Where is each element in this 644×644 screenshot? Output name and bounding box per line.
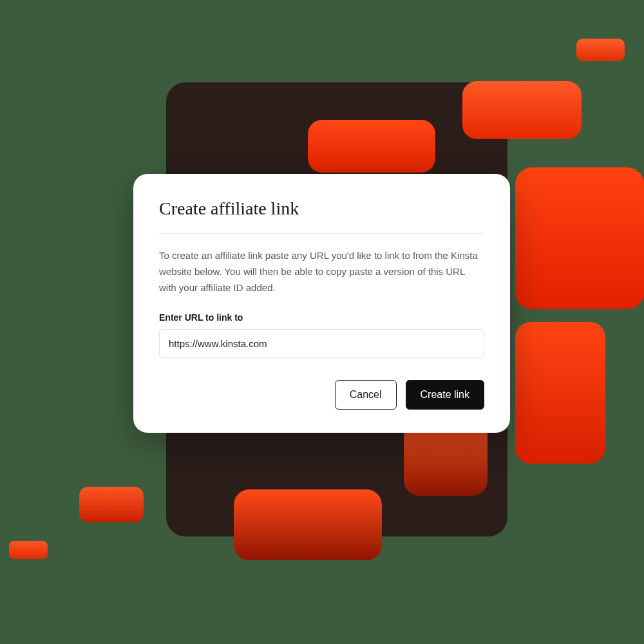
create-link-button[interactable]: Create link — [406, 380, 484, 410]
decorative-blob — [515, 167, 644, 309]
modal-description: To create an affiliate link paste any UR… — [159, 248, 484, 296]
decorative-blob — [9, 541, 48, 559]
decorative-blob — [515, 322, 605, 464]
divider — [159, 233, 484, 234]
modal-title: Create affiliate link — [159, 198, 484, 219]
decorative-blob — [308, 120, 435, 173]
decorative-blob — [462, 81, 582, 139]
create-affiliate-link-modal: Create affiliate link To create an affil… — [133, 174, 510, 433]
cancel-button[interactable]: Cancel — [335, 380, 397, 410]
decorative-blob — [79, 487, 144, 522]
url-input[interactable] — [159, 329, 484, 358]
button-row: Cancel Create link — [159, 380, 484, 410]
decorative-blob — [234, 489, 382, 560]
decorative-blob — [576, 39, 625, 61]
url-input-label: Enter URL to link to — [159, 312, 484, 323]
